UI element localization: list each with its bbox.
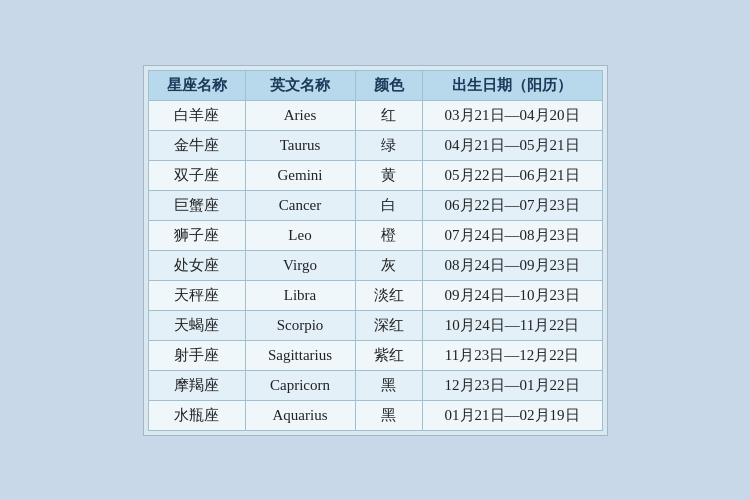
table-row: 摩羯座Capricorn黑12月23日—01月22日 (148, 370, 602, 400)
cell-chinese: 金牛座 (148, 130, 245, 160)
cell-color: 白 (355, 190, 422, 220)
zodiac-table-container: 星座名称 英文名称 颜色 出生日期（阳历） 白羊座Aries红03月21日—04… (143, 65, 608, 436)
table-header-row: 星座名称 英文名称 颜色 出生日期（阳历） (148, 70, 602, 100)
cell-date: 08月24日—09月23日 (422, 250, 602, 280)
cell-english: Aries (245, 100, 355, 130)
table-row: 金牛座Taurus绿04月21日—05月21日 (148, 130, 602, 160)
table-row: 双子座Gemini黄05月22日—06月21日 (148, 160, 602, 190)
table-row: 白羊座Aries红03月21日—04月20日 (148, 100, 602, 130)
cell-date: 10月24日—11月22日 (422, 310, 602, 340)
header-chinese: 星座名称 (148, 70, 245, 100)
table-row: 处女座Virgo灰08月24日—09月23日 (148, 250, 602, 280)
cell-english: Capricorn (245, 370, 355, 400)
table-row: 巨蟹座Cancer白06月22日—07月23日 (148, 190, 602, 220)
cell-chinese: 白羊座 (148, 100, 245, 130)
header-english: 英文名称 (245, 70, 355, 100)
cell-color: 黑 (355, 370, 422, 400)
cell-color: 绿 (355, 130, 422, 160)
cell-date: 03月21日—04月20日 (422, 100, 602, 130)
cell-date: 11月23日—12月22日 (422, 340, 602, 370)
cell-english: Cancer (245, 190, 355, 220)
cell-chinese: 双子座 (148, 160, 245, 190)
cell-chinese: 摩羯座 (148, 370, 245, 400)
cell-english: Gemini (245, 160, 355, 190)
cell-english: Aquarius (245, 400, 355, 430)
cell-chinese: 狮子座 (148, 220, 245, 250)
table-row: 射手座Sagittarius紫红11月23日—12月22日 (148, 340, 602, 370)
table-row: 水瓶座Aquarius黑01月21日—02月19日 (148, 400, 602, 430)
cell-color: 橙 (355, 220, 422, 250)
cell-date: 12月23日—01月22日 (422, 370, 602, 400)
cell-color: 深红 (355, 310, 422, 340)
cell-english: Sagittarius (245, 340, 355, 370)
cell-date: 01月21日—02月19日 (422, 400, 602, 430)
cell-chinese: 天秤座 (148, 280, 245, 310)
cell-chinese: 水瓶座 (148, 400, 245, 430)
cell-chinese: 天蝎座 (148, 310, 245, 340)
zodiac-table: 星座名称 英文名称 颜色 出生日期（阳历） 白羊座Aries红03月21日—04… (148, 70, 603, 431)
header-color: 颜色 (355, 70, 422, 100)
table-row: 天秤座Libra淡红09月24日—10月23日 (148, 280, 602, 310)
cell-color: 淡红 (355, 280, 422, 310)
cell-english: Libra (245, 280, 355, 310)
header-date: 出生日期（阳历） (422, 70, 602, 100)
cell-date: 07月24日—08月23日 (422, 220, 602, 250)
cell-english: Scorpio (245, 310, 355, 340)
cell-chinese: 巨蟹座 (148, 190, 245, 220)
cell-color: 红 (355, 100, 422, 130)
cell-english: Taurus (245, 130, 355, 160)
cell-date: 05月22日—06月21日 (422, 160, 602, 190)
cell-color: 紫红 (355, 340, 422, 370)
cell-color: 黑 (355, 400, 422, 430)
table-row: 狮子座Leo橙07月24日—08月23日 (148, 220, 602, 250)
cell-date: 06月22日—07月23日 (422, 190, 602, 220)
cell-date: 04月21日—05月21日 (422, 130, 602, 160)
cell-date: 09月24日—10月23日 (422, 280, 602, 310)
cell-english: Virgo (245, 250, 355, 280)
cell-chinese: 射手座 (148, 340, 245, 370)
cell-english: Leo (245, 220, 355, 250)
cell-chinese: 处女座 (148, 250, 245, 280)
cell-color: 灰 (355, 250, 422, 280)
cell-color: 黄 (355, 160, 422, 190)
table-row: 天蝎座Scorpio深红10月24日—11月22日 (148, 310, 602, 340)
